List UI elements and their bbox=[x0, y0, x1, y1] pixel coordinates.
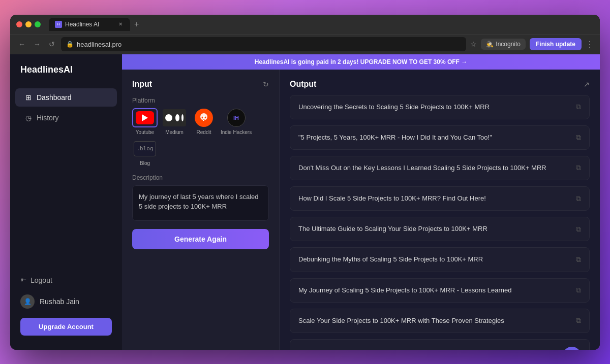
new-tab-button[interactable]: + bbox=[130, 20, 143, 29]
youtube-label: Youtube bbox=[136, 129, 154, 135]
output-panel: Output ↗ Uncovering the Secrets to Scali… bbox=[280, 70, 600, 350]
share-icon[interactable]: ↗ bbox=[584, 80, 590, 88]
url-text: headlinesai.pro bbox=[77, 41, 121, 48]
browser-tab[interactable]: H Headlines AI ✕ bbox=[49, 18, 130, 31]
promo-banner[interactable]: HeadlinesAI is going paid in 2 days! UPG… bbox=[122, 54, 600, 70]
platform-youtube[interactable]: Youtube bbox=[132, 108, 158, 135]
description-label: Description bbox=[132, 174, 269, 181]
description-text[interactable]: My journey of last 5 years where I scale… bbox=[132, 185, 269, 221]
headline-item: How Did I Scale 5 Side Projects to 100K+… bbox=[290, 186, 590, 211]
close-button[interactable] bbox=[16, 21, 22, 27]
platform-indie-hackers[interactable]: IH Indie Hackers bbox=[221, 108, 252, 135]
copy-icon[interactable]: ⧉ bbox=[576, 133, 581, 142]
copy-icon[interactable]: ⧉ bbox=[576, 225, 581, 234]
sidebar-item-history[interactable]: ◷ History bbox=[15, 109, 117, 127]
user-profile[interactable]: 👤 Rushab Jain bbox=[15, 289, 117, 314]
headline-item: "5 Projects, 5 Years, 100K+ MRR - How I … bbox=[290, 125, 590, 150]
dashboard-icon: ⊞ bbox=[25, 93, 32, 102]
copy-icon[interactable]: ⧉ bbox=[576, 255, 581, 264]
headline-item: Scale Your Side Projects to 100K+ MRR wi… bbox=[290, 309, 590, 333]
headline-item: The Ultimate Guide to Scaling Your Side … bbox=[290, 217, 590, 241]
ih-icon: IH bbox=[227, 109, 246, 127]
history-icon: ◷ bbox=[25, 114, 32, 122]
svg-point-9 bbox=[205, 116, 206, 118]
output-panel-header: Output ↗ bbox=[290, 80, 590, 89]
tab-label: Headlines AI bbox=[65, 21, 99, 28]
copy-icon[interactable]: ⧉ bbox=[576, 286, 581, 294]
browser-titlebar: H Headlines AI ✕ + bbox=[10, 15, 600, 34]
youtube-play-icon bbox=[142, 114, 148, 121]
fullscreen-button[interactable] bbox=[35, 21, 41, 27]
app-logo: HeadlinesAI bbox=[10, 64, 122, 75]
incognito-icon: 🕵 bbox=[486, 41, 494, 48]
tab-favicon: H bbox=[55, 21, 62, 28]
tab-close-button[interactable]: ✕ bbox=[117, 21, 124, 28]
tab-bar: H Headlines AI ✕ + bbox=[49, 18, 580, 31]
svg-point-1 bbox=[165, 114, 172, 121]
forward-button[interactable]: → bbox=[32, 38, 43, 50]
reddit-icon: r bbox=[195, 109, 213, 127]
medium-icon-wrap bbox=[162, 108, 187, 127]
platform-reddit[interactable]: r Reddit bbox=[191, 108, 217, 135]
address-bar[interactable]: 🔒 headlinesai.pro bbox=[61, 37, 466, 51]
headline-item: My Journey of Scaling 5 Side Projects to… bbox=[290, 278, 590, 303]
blog-icon-wrap: .blog bbox=[132, 139, 158, 158]
sidebar-item-label: History bbox=[37, 114, 59, 122]
app-content: HeadlinesAI ⊞ Dashboard ◷ History ⇥ Logo… bbox=[10, 54, 600, 350]
copy-icon[interactable]: ⧉ bbox=[576, 103, 581, 111]
lock-icon: 🔒 bbox=[66, 41, 74, 48]
output-panel-wrapper: Output ↗ Uncovering the Secrets to Scali… bbox=[280, 70, 600, 350]
refresh-button[interactable]: ↺ bbox=[47, 38, 57, 50]
user-name: Rushab Jain bbox=[40, 297, 79, 306]
blog-label: Blog bbox=[140, 160, 150, 166]
browser-window: H Headlines AI ✕ + ← → ↺ 🔒 headlinesai.p… bbox=[10, 15, 600, 350]
platform-section: Platform Youtube bbox=[132, 97, 269, 166]
medium-icon bbox=[163, 109, 186, 126]
input-panel-header: Input ↻ bbox=[132, 80, 269, 89]
youtube-icon bbox=[136, 111, 154, 124]
headline-text: Don't Miss Out on the Key Lessons I Lear… bbox=[298, 163, 570, 173]
headline-text: How Did I Scale 5 Side Projects to 100K+… bbox=[298, 194, 570, 203]
main-area: HeadlinesAI is going paid in 2 days! UPG… bbox=[122, 54, 600, 350]
input-panel: Input ↻ Platform bbox=[122, 70, 280, 350]
avatar: 👤 bbox=[20, 294, 35, 309]
promo-text: HeadlinesAI is going paid in 2 days! UPG… bbox=[255, 58, 468, 65]
logout-label: Logout bbox=[30, 276, 52, 284]
input-panel-title: Input bbox=[132, 80, 152, 89]
youtube-icon-wrap bbox=[132, 108, 158, 127]
generate-again-button[interactable]: Generate Again bbox=[132, 229, 269, 249]
browser-toolbar: ← → ↺ 🔒 headlinesai.pro ☆ 🕵 Incognito Fi… bbox=[10, 34, 600, 54]
logout-button[interactable]: ⇥ Logout bbox=[15, 271, 117, 289]
platform-grid: Youtube bbox=[132, 108, 269, 166]
headline-text: My Journey of Scaling 5 Side Projects to… bbox=[298, 286, 570, 295]
blog-icon: .blog bbox=[134, 141, 156, 156]
svg-point-8 bbox=[202, 116, 203, 118]
chat-fab-button[interactable]: 💬 bbox=[563, 347, 581, 350]
sidebar-bottom: ⇥ Logout 👤 Rushab Jain Upgrade Account bbox=[10, 271, 122, 340]
headline-text: Scale Your Side Projects to 100K+ MRR wi… bbox=[298, 316, 570, 325]
headline-text: "5 Projects, 5 Years, 100K+ MRR - How I … bbox=[298, 133, 570, 142]
platform-blog[interactable]: .blog Blog bbox=[132, 139, 158, 166]
finish-update-button[interactable]: Finish update bbox=[530, 38, 582, 50]
reddit-label: Reddit bbox=[197, 129, 211, 135]
minimize-button[interactable] bbox=[25, 21, 32, 27]
copy-icon[interactable]: ⧉ bbox=[576, 194, 581, 203]
platform-label: Platform bbox=[132, 97, 269, 104]
copy-icon[interactable]: ⧉ bbox=[576, 316, 581, 325]
headline-text: The Ultimate Guide to Scaling Your Side … bbox=[298, 224, 570, 234]
sidebar-item-label: Dashboard bbox=[37, 93, 72, 102]
traffic-lights bbox=[16, 21, 41, 27]
upgrade-account-button[interactable]: Upgrade Account bbox=[20, 318, 112, 336]
incognito-label: Incognito bbox=[496, 41, 521, 48]
platform-medium[interactable]: Medium bbox=[162, 108, 187, 135]
more-options-icon[interactable]: ⋮ bbox=[586, 40, 594, 49]
ih-icon-wrap: IH bbox=[224, 108, 249, 127]
input-refresh-icon[interactable]: ↻ bbox=[263, 80, 269, 88]
headline-item: Don't Miss Out on the Key Lessons I Lear… bbox=[290, 156, 590, 180]
headline-text: Uncovering the Secrets to Scaling 5 Side… bbox=[298, 103, 570, 112]
copy-icon[interactable]: ⧉ bbox=[576, 163, 581, 172]
back-button[interactable]: ← bbox=[16, 38, 27, 50]
sidebar-item-dashboard[interactable]: ⊞ Dashboard bbox=[15, 88, 117, 107]
bookmark-icon[interactable]: ☆ bbox=[470, 40, 477, 48]
incognito-button[interactable]: 🕵 Incognito bbox=[481, 39, 526, 50]
